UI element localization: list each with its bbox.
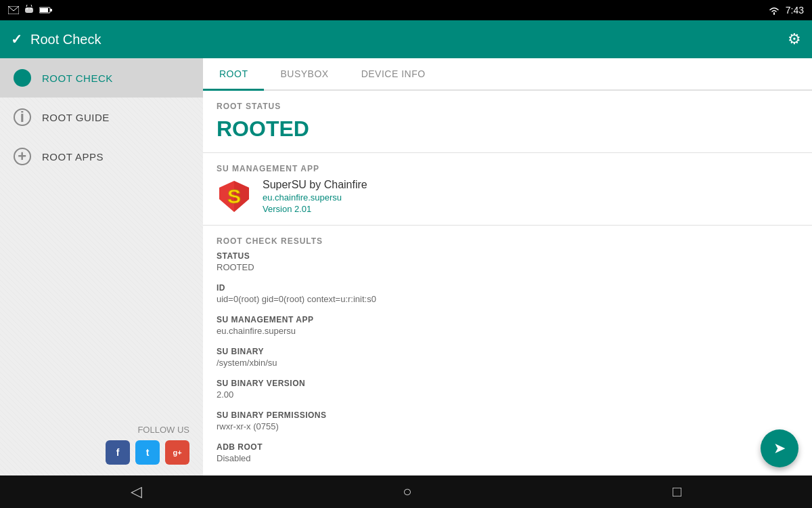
wifi-icon [768, 5, 780, 15]
supersu-logo: S [217, 179, 252, 214]
svg-rect-7 [50, 9, 52, 12]
result-label-su-mgmt: SU MANAGEMENT APP [217, 315, 798, 324]
svg-rect-3 [25, 7, 33, 13]
result-row-adb-root: ADB ROOT Disabled [217, 442, 798, 463]
su-app-row: S SuperSU by Chainfire eu.chainfire.supe… [217, 179, 798, 214]
svg-rect-8 [40, 8, 48, 12]
app-bar-check-icon: ✓ [11, 31, 22, 47]
su-app-name: SuperSU by Chainfire [263, 179, 367, 191]
home-button[interactable]: ○ [389, 478, 425, 506]
status-bar: 7:43 [0, 0, 812, 20]
svg-text:S: S [227, 185, 241, 207]
content-area: ROOT BUSYBOX DEVICE INFO ROOT STATUS ROO… [203, 58, 812, 475]
tab-root[interactable]: ROOT [203, 58, 264, 91]
sidebar: ✓ ROOT CHECK i ROOT GUIDE + ROOT APPS FO… [0, 58, 203, 475]
result-label-su-binary-version: SU BINARY VERSION [217, 379, 798, 388]
sidebar-item-root-check[interactable]: ✓ ROOT CHECK [0, 58, 203, 98]
result-label-adb-root: ADB ROOT [217, 442, 798, 452]
result-row-su-mgmt: SU MANAGEMENT APP eu.chainfire.supersu [217, 315, 798, 336]
googleplus-button[interactable]: g+ [165, 440, 189, 465]
settings-icon[interactable]: ⚙ [788, 30, 801, 48]
result-row-id: ID uid=0(root) gid=0(root) context=u:r:i… [217, 283, 798, 304]
bottom-nav: ◁ ○ □ [0, 475, 812, 508]
follow-us-label: FOLLOW US [14, 425, 189, 435]
back-button[interactable]: ◁ [117, 478, 156, 506]
battery-icon [39, 6, 53, 14]
result-label-status: STATUS [217, 251, 798, 261]
tab-busybox[interactable]: BUSYBOX [264, 58, 344, 91]
fab-button[interactable]: ➤ [761, 429, 798, 467]
info-circle-icon: i [14, 108, 31, 126]
result-value-id: uid=0(root) gid=0(root) context=u:r:init… [217, 294, 798, 304]
scroll-content: ROOT STATUS ROOTED SU MANAGEMENT APP S [203, 91, 812, 475]
result-row-status: STATUS ROOTED [217, 251, 798, 272]
result-label-su-binary: SU BINARY [217, 347, 798, 356]
root-check-results-section: ROOT CHECK RESULTS STATUS ROOTED ID uid=… [203, 226, 812, 475]
plus-circle-icon: + [14, 148, 31, 165]
check-circle-icon: ✓ [14, 69, 31, 87]
sidebar-item-label-root-guide: ROOT GUIDE [42, 112, 110, 123]
sidebar-item-label-root-apps: ROOT APPS [42, 151, 104, 163]
result-value-status: ROOTED [217, 262, 798, 272]
social-icons: f t g+ [14, 440, 189, 465]
status-bar-right: 7:43 [768, 5, 804, 16]
sidebar-item-root-apps[interactable]: + ROOT APPS [0, 137, 203, 176]
twitter-button[interactable]: t [135, 440, 160, 465]
rooted-status: ROOTED [217, 117, 798, 142]
tabs: ROOT BUSYBOX DEVICE INFO [203, 58, 812, 91]
result-label-id: ID [217, 283, 798, 293]
svg-line-4 [26, 5, 27, 7]
recents-button[interactable]: □ [659, 478, 695, 506]
sidebar-item-root-guide[interactable]: i ROOT GUIDE [0, 98, 203, 137]
result-label-su-binary-permissions: SU BINARY PERMISSIONS [217, 410, 798, 420]
su-version: Version 2.01 [263, 204, 367, 214]
result-value-adb-root: Disabled [217, 453, 798, 463]
result-row-su-binary-version: SU BINARY VERSION 2.00 [217, 379, 798, 400]
su-management-title: SU MANAGEMENT APP [217, 164, 798, 173]
app-bar: ✓ Root Check ⚙ [0, 20, 812, 58]
sidebar-spacer [0, 176, 203, 414]
result-value-su-binary: /system/xbin/su [217, 358, 798, 368]
root-check-results-title: ROOT CHECK RESULTS [217, 236, 798, 246]
app-bar-left: ✓ Root Check [11, 31, 102, 47]
mail-icon [8, 6, 19, 14]
sidebar-footer: FOLLOW US f t g+ [0, 414, 203, 475]
root-status-section: ROOT STATUS ROOTED [203, 91, 812, 153]
svg-line-5 [31, 5, 32, 7]
sidebar-item-label-root-check: ROOT CHECK [42, 72, 113, 84]
supersu-icon: S [217, 179, 252, 214]
result-row-su-binary-permissions: SU BINARY PERMISSIONS rwxr-xr-x (0755) [217, 410, 798, 431]
result-value-su-binary-permissions: rwxr-xr-x (0755) [217, 421, 798, 431]
tab-deviceinfo[interactable]: DEVICE INFO [345, 58, 442, 91]
result-row-su-binary: SU BINARY /system/xbin/su [217, 347, 798, 368]
status-bar-left [8, 5, 53, 16]
fab-icon: ➤ [773, 440, 786, 457]
facebook-button[interactable]: f [106, 440, 130, 465]
su-info: SuperSU by Chainfire eu.chainfire.supers… [263, 179, 367, 214]
su-management-section: SU MANAGEMENT APP S SuperSU by Chai [203, 153, 812, 226]
main-layout: ✓ ROOT CHECK i ROOT GUIDE + ROOT APPS FO… [0, 58, 812, 475]
result-value-su-mgmt: eu.chainfire.supersu [217, 326, 798, 336]
status-time: 7:43 [786, 5, 804, 16]
result-value-su-binary-version: 2.00 [217, 389, 798, 400]
root-status-title: ROOT STATUS [217, 102, 798, 111]
android-icon [24, 5, 34, 16]
su-package: eu.chainfire.supersu [263, 192, 367, 203]
app-bar-title: Root Check [30, 32, 102, 47]
